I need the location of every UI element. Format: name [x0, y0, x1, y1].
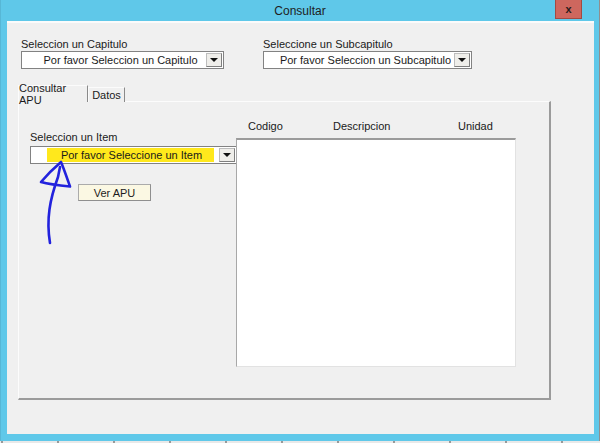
capitulo-combobox[interactable]: Por favor Seleccion un Capitulo — [21, 51, 224, 69]
chevron-down-icon — [210, 58, 218, 62]
subcapitulo-combobox[interactable]: Por favor Seleccion un Subcapitulo — [263, 51, 472, 69]
tab-label: Datos — [92, 89, 121, 101]
apu-listbox[interactable] — [236, 138, 516, 367]
consultar-dialog: Consultar x Seleccion un Capitulo Por fa… — [0, 0, 600, 441]
capitulo-dropdown-button[interactable] — [206, 53, 222, 67]
item-combobox-value: Por favor Seleccione un Item — [47, 147, 216, 163]
item-combobox[interactable]: Por favor Seleccione un Item — [30, 146, 237, 164]
chevron-down-icon — [223, 153, 231, 157]
item-dropdown-button[interactable] — [219, 148, 235, 162]
window-title: Consultar — [274, 4, 325, 18]
chevron-down-icon — [458, 58, 466, 62]
tab-datos[interactable]: Datos — [88, 87, 125, 102]
close-button[interactable]: x — [555, 0, 582, 19]
titlebar[interactable]: Consultar — [1, 0, 599, 21]
subcapitulo-dropdown-button[interactable] — [454, 53, 470, 67]
list-header-descripcion: Descripcion — [333, 120, 390, 132]
tab-label: Consultar APU — [19, 82, 87, 106]
item-label: Seleccion un Item — [30, 131, 117, 143]
subcapitulo-combobox-value: Por favor Seleccion un Subcapitulo — [280, 52, 451, 68]
capitulo-label: Seleccion un Capitulo — [21, 38, 127, 50]
list-header-codigo: Codigo — [248, 120, 283, 132]
subcapitulo-label: Seleccione un Subcapitulo — [263, 38, 393, 50]
ver-apu-button[interactable]: Ver APU — [78, 184, 151, 201]
list-header-unidad: Unidad — [458, 120, 493, 132]
tab-page-consultar-apu: Seleccion un Item Por favor Seleccione u… — [18, 101, 551, 400]
tab-consultar-apu[interactable]: Consultar APU — [18, 85, 88, 102]
dialog-client-area: Seleccion un Capitulo Por favor Seleccio… — [7, 21, 594, 434]
close-icon: x — [565, 3, 571, 15]
capitulo-combobox-value: Por favor Seleccion un Capitulo — [38, 52, 203, 68]
